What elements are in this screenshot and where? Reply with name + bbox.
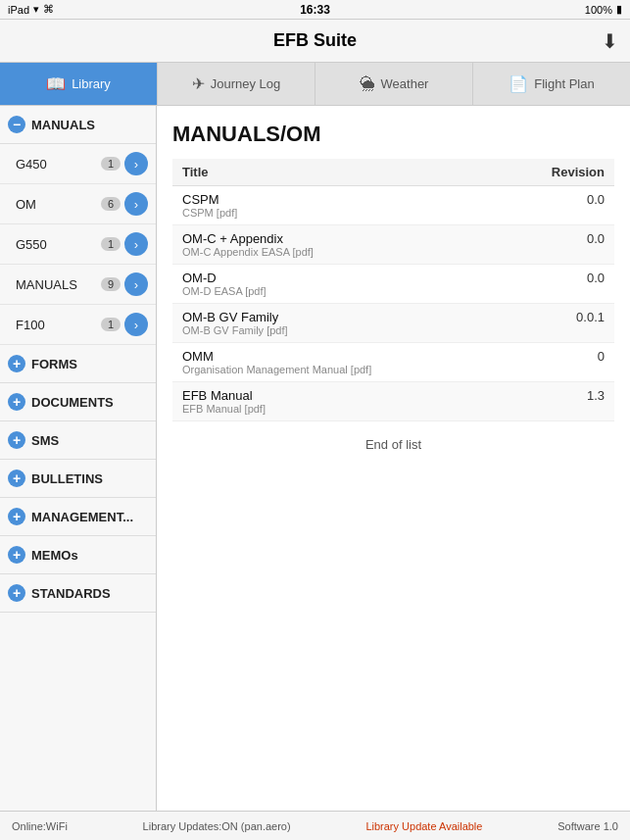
app-title: EFB Suite (273, 30, 357, 51)
footer-online: Online:WiFi (12, 820, 68, 832)
sidebar-header-documents-label: DOCUMENTS (31, 395, 114, 410)
sidebar-section-management: + MANAGEMENT... (0, 498, 156, 536)
download-button[interactable]: ⬇ (602, 29, 618, 53)
sidebar-header-bulletins[interactable]: + BULLETINS (0, 460, 156, 497)
table-row[interactable]: OMM Organisation Management Manual [pdf]… (172, 343, 614, 382)
plus-icon-bulletins: + (8, 469, 25, 487)
plus-icon-management: + (8, 508, 25, 525)
row-revision: 0 (501, 343, 614, 382)
plus-icon-memos: + (8, 546, 25, 564)
column-revision: Revision (501, 159, 614, 186)
sidebar-section-documents: + DOCUMENTS (0, 383, 156, 421)
status-bar-time: 16:33 (300, 3, 330, 17)
table-row[interactable]: OM-D OM-D EASA [pdf] 0.0 (172, 265, 614, 304)
sidebar-item-manuals-sub-badge: 9 (101, 277, 121, 291)
sidebar-item-g550-badge: 1 (101, 237, 121, 251)
sidebar-item-g450[interactable]: G450 1 › (0, 144, 156, 184)
column-title: Title (172, 159, 501, 186)
sidebar-item-g450-label: G450 (16, 157, 97, 172)
footer-library-updates: Library Updates:ON (pan.aero) (143, 820, 291, 832)
sidebar-header-forms-label: FORMS (31, 357, 77, 371)
row-title: OM-D (182, 271, 491, 285)
tab-library-label: Library (72, 76, 111, 91)
sidebar-header-forms[interactable]: + FORMS (0, 345, 156, 382)
table-row[interactable]: EFB Manual EFB Manual [pdf] 1.3 (172, 382, 614, 421)
minus-icon: − (8, 116, 25, 133)
chevron-icon-g450: › (124, 152, 148, 175)
tab-weather-label: Weather (381, 76, 429, 91)
row-revision: 1.3 (501, 382, 614, 421)
row-subtitle: EFB Manual [pdf] (182, 403, 491, 415)
footer-software: Software 1.0 (557, 820, 618, 832)
sidebar-item-g550-label: G550 (16, 237, 97, 252)
sidebar-header-sms-label: SMS (31, 433, 59, 448)
main-layout: − MANUALS G450 1 › OM 6 › G550 1 › MANUA… (0, 106, 630, 811)
end-of-list: End of list (172, 421, 614, 468)
sidebar-item-g450-badge: 1 (101, 157, 121, 171)
status-bar-right: 100% ▮ (585, 3, 622, 16)
battery-icon: ▮ (616, 3, 622, 16)
table-row[interactable]: OM-C + Appendix OM-C Appendix EASA [pdf]… (172, 225, 614, 265)
flight-plan-icon: 📄 (509, 74, 528, 93)
device-label: iPad (8, 4, 29, 16)
tab-flight-plan-label: Flight Plan (534, 76, 594, 91)
sidebar-item-f100-label: F100 (16, 318, 97, 332)
footer-update-available[interactable]: Library Update Available (365, 820, 482, 832)
sidebar-item-om[interactable]: OM 6 › (0, 184, 156, 224)
row-title: CSPM (182, 192, 491, 207)
plus-icon-sms: + (8, 431, 25, 449)
sidebar-header-standards[interactable]: + STANDARDS (0, 574, 156, 612)
tab-flight-plan[interactable]: 📄 Flight Plan (473, 63, 630, 105)
battery-percent: 100% (585, 4, 612, 16)
tab-library[interactable]: 📖 Library (0, 63, 158, 105)
sidebar-header-standards-label: STANDARDS (31, 586, 111, 601)
sidebar-item-f100[interactable]: F100 1 › (0, 305, 156, 345)
row-title: OM-C + Appendix (182, 231, 491, 246)
table-row[interactable]: CSPM CSPM [pdf] 0.0 (172, 186, 614, 225)
sidebar-header-manuals[interactable]: − MANUALS (0, 106, 156, 143)
sidebar-item-g550[interactable]: G550 1 › (0, 224, 156, 265)
chevron-icon-g550: › (124, 232, 148, 256)
library-icon: 📖 (46, 74, 66, 93)
footer: Online:WiFi Library Updates:ON (pan.aero… (0, 811, 630, 840)
sidebar-section-manuals: − MANUALS (0, 106, 156, 144)
manuals-table: Title Revision CSPM CSPM [pdf] 0.0 OM-C … (172, 159, 614, 421)
sidebar-section-forms: + FORMS (0, 345, 156, 383)
row-revision: 0.0 (501, 265, 614, 304)
content-area: MANUALS/OM Title Revision CSPM CSPM [pdf… (157, 106, 630, 811)
sidebar-item-manuals-sub[interactable]: MANUALS 9 › (0, 265, 156, 305)
row-title: OM-B GV Family (182, 310, 491, 324)
sidebar-header-memos[interactable]: + MEMOs (0, 536, 156, 573)
chevron-icon-om: › (124, 192, 148, 216)
sidebar: − MANUALS G450 1 › OM 6 › G550 1 › MANUA… (0, 106, 157, 811)
row-revision: 0.0 (501, 186, 614, 225)
sidebar-header-documents[interactable]: + DOCUMENTS (0, 383, 156, 420)
title-bar: EFB Suite ⬇ (0, 20, 630, 63)
sidebar-section-memos: + MEMOs (0, 536, 156, 574)
table-row[interactable]: OM-B GV Family OM-B GV Family [pdf] 0.0.… (172, 304, 614, 343)
sidebar-header-memos-label: MEMOs (31, 548, 78, 563)
sidebar-section-standards: + STANDARDS (0, 574, 156, 613)
sidebar-header-bulletins-label: BULLETINS (31, 471, 103, 486)
sidebar-header-manuals-label: MANUALS (31, 118, 95, 132)
row-subtitle: CSPM [pdf] (182, 207, 491, 219)
row-subtitle: OM-B GV Family [pdf] (182, 324, 491, 336)
row-subtitle: OM-C Appendix EASA [pdf] (182, 246, 491, 258)
tab-journey-log[interactable]: ✈ Journey Log (158, 63, 315, 105)
sidebar-item-om-badge: 6 (101, 197, 121, 211)
tab-journey-log-label: Journey Log (211, 76, 281, 91)
plus-icon-forms: + (8, 355, 25, 372)
wifi-label: ⌘ (43, 3, 54, 16)
sidebar-section-sms: + SMS (0, 421, 156, 460)
row-revision: 0.0.1 (501, 304, 614, 343)
sidebar-header-management[interactable]: + MANAGEMENT... (0, 498, 156, 535)
status-bar-left: iPad ▾ ⌘ (8, 3, 54, 16)
sidebar-header-sms[interactable]: + SMS (0, 421, 156, 459)
chevron-icon-manuals-sub: › (124, 272, 148, 296)
table-header-row: Title Revision (172, 159, 614, 186)
status-bar: iPad ▾ ⌘ 16:33 100% ▮ (0, 0, 630, 20)
plus-icon-documents: + (8, 393, 25, 411)
tab-weather[interactable]: 🌦 Weather (315, 63, 473, 105)
sidebar-section-bulletins: + BULLETINS (0, 460, 156, 498)
wifi-icon: ▾ (33, 3, 39, 16)
